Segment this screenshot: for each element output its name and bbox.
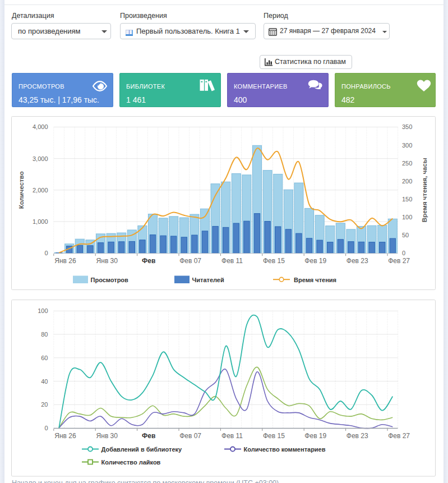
svg-text:300: 300	[402, 142, 412, 149]
svg-text:Фев 11: Фев 11	[221, 432, 243, 440]
svg-text:Фев 19: Фев 19	[304, 257, 326, 265]
svg-text:Фев: Фев	[142, 257, 155, 265]
svg-text:Фев 19: Фев 19	[304, 432, 326, 440]
svg-text:Читателей: Читателей	[192, 277, 224, 283]
svg-text:Янв 26: Янв 26	[54, 432, 76, 440]
svg-text:40: 40	[41, 378, 48, 385]
svg-text:200: 200	[402, 178, 412, 185]
svg-text:Янв 30: Янв 30	[96, 257, 118, 265]
svg-text:150: 150	[402, 196, 412, 203]
svg-text:250: 250	[402, 160, 412, 167]
svg-text:Количество лайков: Количество лайков	[101, 459, 161, 466]
svg-text:3,000: 3,000	[33, 155, 48, 162]
svg-text:100: 100	[402, 214, 412, 220]
svg-text:20: 20	[41, 401, 48, 408]
svg-text:4,000: 4,000	[33, 123, 48, 130]
svg-text:Янв 26: Янв 26	[54, 257, 76, 265]
svg-text:50: 50	[402, 232, 409, 238]
svg-text:Янв 30: Янв 30	[96, 432, 118, 440]
svg-text:0: 0	[402, 250, 405, 256]
svg-text:100: 100	[38, 307, 48, 314]
svg-text:80: 80	[41, 331, 48, 338]
svg-text:Количество комментариев: Количество комментариев	[244, 446, 326, 453]
svg-text:Фев 23: Фев 23	[347, 257, 368, 265]
svg-text:Фев 07: Фев 07	[179, 432, 201, 440]
svg-text:Фев 11: Фев 11	[221, 257, 243, 265]
svg-text:2,000: 2,000	[33, 187, 48, 194]
svg-text:1,000: 1,000	[33, 218, 48, 225]
svg-text:Добавлений в библиотеку: Добавлений в библиотеку	[101, 446, 183, 453]
svg-text:Фев: Фев	[142, 432, 155, 440]
svg-text:Фев 27: Фев 27	[388, 432, 410, 440]
svg-text:0: 0	[44, 425, 48, 431]
svg-text:0: 0	[44, 250, 48, 256]
svg-text:Просмотров: Просмотров	[91, 277, 129, 283]
svg-text:350: 350	[402, 123, 412, 130]
svg-text:Фев 15: Фев 15	[263, 257, 285, 265]
svg-text:Фев 15: Фев 15	[263, 432, 285, 440]
svg-text:Количество: Количество	[18, 171, 25, 209]
svg-text:Фев 27: Фев 27	[388, 257, 410, 265]
svg-text:Время чтения: Время чтения	[294, 277, 336, 283]
svg-text:60: 60	[41, 355, 48, 361]
svg-text:Фев 23: Фев 23	[347, 432, 368, 440]
svg-text:Фев 07: Фев 07	[179, 257, 201, 265]
svg-text:Время чтения, часы: Время чтения, часы	[421, 158, 428, 222]
